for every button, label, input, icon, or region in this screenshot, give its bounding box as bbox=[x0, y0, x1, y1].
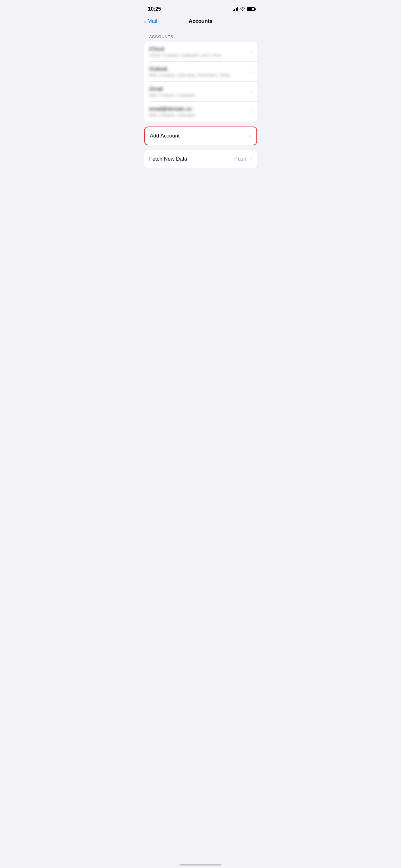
signal-icon bbox=[233, 7, 238, 11]
chevron-right-icon: › bbox=[250, 108, 252, 115]
list-item[interactable]: Outlook Mail, Contacts, Calendars, Remin… bbox=[144, 62, 257, 82]
add-account-card[interactable]: Add Account › bbox=[144, 127, 257, 145]
account-subtitle-icloud: iCloud, Contacts, Calendars and 1 more bbox=[149, 53, 248, 58]
account-title-gmail: Gmail bbox=[149, 86, 248, 92]
back-chevron-icon: ‹ bbox=[144, 18, 146, 24]
account-subtitle-gmail: Mail, Contacts, Calendars bbox=[149, 93, 248, 97]
chevron-right-icon: › bbox=[250, 68, 252, 75]
status-icons bbox=[233, 7, 256, 11]
navigation-bar: ‹ Mail Accounts bbox=[139, 16, 262, 28]
account-title-email4: email@domain.co bbox=[149, 106, 248, 112]
wifi-icon bbox=[240, 7, 245, 11]
battery-icon bbox=[247, 7, 256, 11]
add-account-label: Add Account bbox=[150, 133, 179, 139]
account-subtitle-email4: Mail, Contacts, Calendars bbox=[149, 113, 248, 118]
chevron-right-icon: › bbox=[249, 133, 252, 139]
back-button[interactable]: ‹ Mail bbox=[144, 18, 157, 24]
list-item[interactable]: email@domain.co Mail, Contacts, Calendar… bbox=[144, 101, 257, 122]
account-title-outlook: Outlook bbox=[149, 66, 248, 72]
account-title-icloud: iCloud bbox=[149, 46, 248, 52]
status-time: 10:25 bbox=[148, 6, 161, 12]
accounts-section-label: ACCOUNTS bbox=[144, 34, 257, 39]
page-title: Accounts bbox=[189, 18, 212, 24]
add-account-item[interactable]: Add Account › bbox=[145, 127, 257, 145]
list-item[interactable]: iCloud iCloud, Contacts, Calendars and 1… bbox=[144, 41, 257, 62]
main-content: ACCOUNTS iCloud iCloud, Contacts, Calend… bbox=[139, 28, 262, 179]
accounts-list: iCloud iCloud, Contacts, Calendars and 1… bbox=[144, 41, 257, 122]
status-bar: 10:25 bbox=[139, 0, 262, 16]
chevron-right-icon: › bbox=[250, 88, 252, 95]
fetch-value-container: Push › bbox=[234, 156, 252, 162]
chevron-right-icon: › bbox=[250, 49, 252, 55]
fetch-new-data-label: Fetch New Data bbox=[149, 156, 188, 162]
account-subtitle-outlook: Mail, Contacts, Calendars, Reminders, No… bbox=[149, 73, 248, 78]
back-label: Mail bbox=[147, 18, 157, 24]
chevron-right-icon: › bbox=[250, 156, 252, 162]
fetch-new-data-item[interactable]: Fetch New Data Push › bbox=[144, 150, 257, 168]
list-item[interactable]: Gmail Mail, Contacts, Calendars › bbox=[144, 82, 257, 101]
fetch-new-data-value: Push bbox=[234, 156, 246, 162]
fetch-new-data-card[interactable]: Fetch New Data Push › bbox=[144, 150, 257, 168]
